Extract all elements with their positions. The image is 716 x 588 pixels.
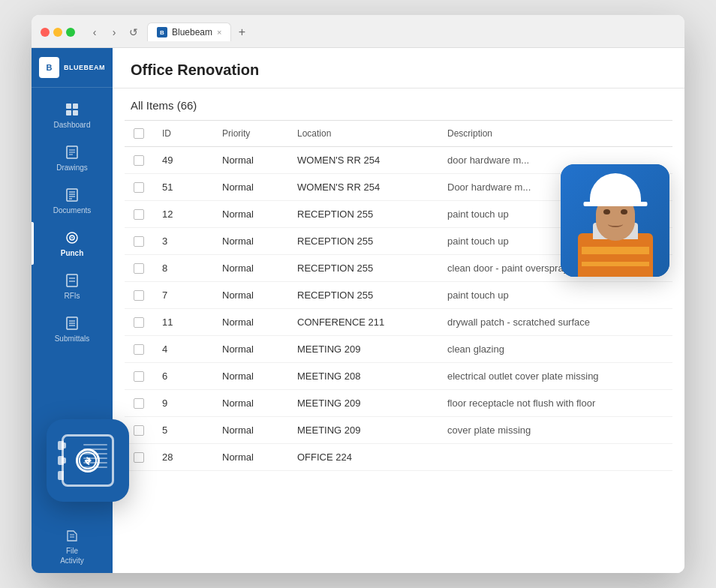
row-checkbox[interactable] bbox=[134, 344, 144, 355]
cell-priority: Normal bbox=[213, 444, 288, 471]
row-checkbox-cell[interactable] bbox=[125, 147, 153, 174]
table-row[interactable]: 9 Normal MEETING 209 floor receptacle no… bbox=[125, 390, 672, 417]
row-checkbox-cell[interactable] bbox=[125, 255, 153, 282]
table-header-row: ID Priority Location Description bbox=[125, 121, 672, 147]
cell-priority: Normal bbox=[213, 147, 288, 174]
refresh-button[interactable]: ↺ bbox=[126, 25, 141, 40]
cell-priority: Normal bbox=[213, 390, 288, 417]
table-row[interactable]: 6 Normal MEETING 208 electrical outlet c… bbox=[125, 363, 672, 390]
rfis-label: RFIs bbox=[64, 292, 80, 300]
new-tab-button[interactable]: + bbox=[234, 25, 249, 40]
row-checkbox-cell[interactable] bbox=[125, 282, 153, 309]
logo-icon: B bbox=[39, 57, 59, 78]
row-checkbox-cell[interactable] bbox=[125, 336, 153, 363]
drawings-icon bbox=[64, 144, 80, 160]
page-title: Office Renovation bbox=[131, 62, 666, 79]
row-checkbox-cell[interactable] bbox=[125, 201, 153, 228]
cell-description: floor receptacle not flush with floor bbox=[438, 390, 672, 417]
row-checkbox-cell[interactable] bbox=[125, 390, 153, 417]
cell-location: RECEPTION 255 bbox=[288, 255, 438, 282]
cell-location: MEETING 208 bbox=[288, 363, 438, 390]
row-checkbox-cell[interactable] bbox=[125, 228, 153, 255]
tab-bar: B Bluebeam × + bbox=[147, 22, 675, 41]
dashboard-label: Dashboard bbox=[54, 121, 91, 129]
header-location[interactable]: Location bbox=[288, 121, 438, 147]
cell-location: WOMEN'S RR 254 bbox=[288, 147, 438, 174]
tab-title: Bluebeam bbox=[172, 27, 212, 38]
cell-priority: Normal bbox=[213, 363, 288, 390]
cell-location: OFFICE 224 bbox=[288, 444, 438, 471]
content-header: All Items (66) bbox=[113, 88, 684, 120]
row-checkbox[interactable] bbox=[134, 182, 144, 193]
sidebar-item-documents[interactable]: Documents bbox=[32, 179, 113, 222]
close-button[interactable] bbox=[41, 28, 50, 37]
table-row[interactable]: 28 Normal OFFICE 224 bbox=[125, 444, 672, 471]
cell-description bbox=[438, 444, 672, 471]
select-all-checkbox[interactable] bbox=[134, 128, 144, 139]
sidebar-item-dashboard[interactable]: Dashboard bbox=[32, 94, 113, 136]
row-checkbox[interactable] bbox=[134, 317, 144, 328]
items-count: All Items (66) bbox=[131, 99, 197, 112]
row-checkbox[interactable] bbox=[134, 425, 144, 436]
tab-favicon: B bbox=[157, 27, 167, 38]
sidebar-item-rfis[interactable]: RFIs bbox=[32, 265, 113, 308]
header-id[interactable]: ID bbox=[153, 121, 213, 147]
cell-description: drywall patch - scratched surface bbox=[438, 309, 672, 336]
svg-rect-1 bbox=[73, 104, 78, 109]
back-button[interactable]: ‹ bbox=[87, 25, 102, 40]
minimize-button[interactable] bbox=[53, 28, 62, 37]
row-checkbox[interactable] bbox=[134, 398, 144, 409]
row-checkbox-cell[interactable] bbox=[125, 363, 153, 390]
row-checkbox[interactable] bbox=[134, 155, 144, 166]
cell-priority: Normal bbox=[213, 174, 288, 201]
cell-id: 4 bbox=[153, 336, 213, 363]
cell-location: MEETING 209 bbox=[288, 336, 438, 363]
table-row[interactable]: 4 Normal MEETING 209 clean glazing bbox=[125, 336, 672, 363]
table-row[interactable]: 7 Normal RECEPTION 255 paint touch up bbox=[125, 282, 672, 309]
file-activity-icon bbox=[65, 528, 80, 543]
cell-description: paint touch up bbox=[438, 282, 672, 309]
traffic-lights bbox=[41, 28, 75, 37]
documents-label: Documents bbox=[53, 206, 92, 214]
row-checkbox[interactable] bbox=[134, 452, 144, 463]
punch-icon bbox=[64, 230, 80, 246]
app-icon[interactable] bbox=[47, 419, 129, 502]
sidebar-item-submittals[interactable]: Submittals bbox=[32, 308, 113, 350]
tab-close-button[interactable]: × bbox=[217, 28, 221, 37]
cell-id: 28 bbox=[153, 444, 213, 471]
sidebar-item-punch[interactable]: Punch bbox=[32, 222, 113, 265]
svg-rect-3 bbox=[73, 110, 78, 116]
maximize-button[interactable] bbox=[66, 28, 75, 37]
row-checkbox-cell[interactable] bbox=[125, 174, 153, 201]
forward-button[interactable]: › bbox=[107, 25, 122, 40]
cell-priority: Normal bbox=[213, 201, 288, 228]
row-checkbox[interactable] bbox=[134, 209, 144, 220]
browser-tab[interactable]: B Bluebeam × bbox=[147, 22, 231, 41]
header-checkbox-cell[interactable] bbox=[125, 121, 153, 147]
cell-location: RECEPTION 255 bbox=[288, 282, 438, 309]
table-row[interactable]: 5 Normal MEETING 209 cover plate missing bbox=[125, 417, 672, 444]
cell-location: CONFERENCE 211 bbox=[288, 309, 438, 336]
browser-navigation: ‹ › ↺ bbox=[87, 25, 141, 40]
cell-location: MEETING 209 bbox=[288, 417, 438, 444]
submittals-label: Submittals bbox=[55, 334, 90, 343]
documents-icon bbox=[64, 187, 80, 203]
rfis-icon bbox=[64, 272, 80, 289]
sidebar-footer-item[interactable]: FileActivity bbox=[32, 520, 113, 573]
row-checkbox-cell[interactable] bbox=[125, 309, 153, 336]
dashboard-icon bbox=[64, 101, 80, 118]
cell-description: cover plate missing bbox=[438, 417, 672, 444]
cell-id: 8 bbox=[153, 255, 213, 282]
cell-description: clean glazing bbox=[438, 336, 672, 363]
row-checkbox[interactable] bbox=[134, 371, 144, 382]
table-row[interactable]: 11 Normal CONFERENCE 211 drywall patch -… bbox=[125, 309, 672, 336]
cell-id: 49 bbox=[153, 147, 213, 174]
row-checkbox[interactable] bbox=[134, 236, 144, 247]
header-description[interactable]: Description bbox=[438, 121, 672, 147]
row-checkbox[interactable] bbox=[134, 263, 144, 274]
worker-avatar-image bbox=[561, 164, 669, 277]
cell-location: RECEPTION 255 bbox=[288, 228, 438, 255]
row-checkbox[interactable] bbox=[134, 290, 144, 301]
header-priority[interactable]: Priority bbox=[213, 121, 288, 147]
sidebar-item-drawings[interactable]: Drawings bbox=[32, 136, 113, 179]
